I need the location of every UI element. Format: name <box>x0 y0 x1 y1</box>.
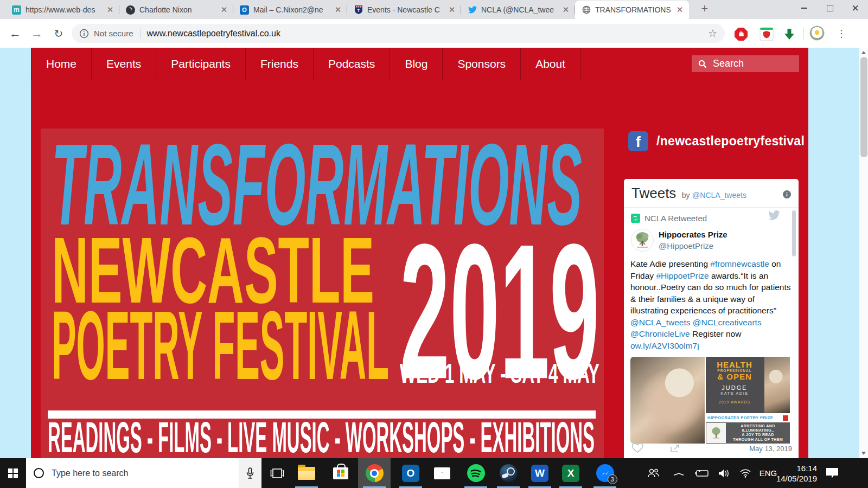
mention-link[interactable]: @NCLA_tweets <box>630 318 691 327</box>
browser-tab-strip: m https://www.web-des ✕ Charlotte Nixon … <box>0 0 868 19</box>
task-view-button[interactable] <box>264 458 290 488</box>
scrollbar-thumb[interactable] <box>860 57 867 157</box>
nav-item-events[interactable]: Events <box>92 48 156 80</box>
wifi-button[interactable] <box>735 458 756 488</box>
facebook-link[interactable]: f /newcastlepoetryfestival <box>628 131 805 151</box>
tweet-date[interactable]: May 13, 2019 <box>749 445 792 453</box>
like-heart-icon[interactable] <box>631 442 643 453</box>
volume-button[interactable] <box>713 458 735 488</box>
task-view-icon <box>270 468 284 479</box>
nav-item-sponsors[interactable]: Sponsors <box>443 48 521 80</box>
tree-logo-icon <box>706 423 726 443</box>
mail-button[interactable] <box>426 458 458 488</box>
new-tab-button[interactable]: + <box>698 2 712 16</box>
nav-item-about[interactable]: About <box>521 48 580 80</box>
steam-button[interactable] <box>492 458 525 488</box>
tab-close-icon[interactable]: ✕ <box>219 5 229 15</box>
microphone-button[interactable] <box>239 458 261 488</box>
twitter-bird-icon[interactable] <box>768 210 780 220</box>
browser-menu-icon[interactable]: ⋮ <box>834 26 848 41</box>
clock[interactable]: 16:14 14/05/2019 <box>779 458 817 488</box>
desktop-screen: m https://www.web-des ✕ Charlotte Nixon … <box>0 0 868 488</box>
tab-close-icon[interactable]: ✕ <box>333 5 343 15</box>
mention-link[interactable]: @ChronicleLive <box>630 329 690 338</box>
nav-item-podcasts[interactable]: Podcasts <box>314 48 390 80</box>
info-icon[interactable] <box>782 190 792 199</box>
tweet-text-segment: Register now <box>690 329 742 338</box>
tab-transformations-active[interactable]: TRANSFORMATIONS ✕ <box>575 1 689 19</box>
bookmark-star-icon[interactable]: ☆ <box>708 27 717 40</box>
windows-logo-icon <box>8 468 18 478</box>
tweet-author[interactable]: Hippocrates Prize @HippoetPrize <box>631 229 727 252</box>
twitter-widget: Tweets by @NCLA_tweets NCLA Retweeted <box>624 179 799 458</box>
tab-events-newcastle[interactable]: Events - Newcastle C ✕ <box>347 1 461 19</box>
profile-avatar[interactable] <box>809 25 825 41</box>
retweet-icon <box>631 214 640 223</box>
tab-charlotte-nixon[interactable]: Charlotte Nixon ✕ <box>119 1 233 19</box>
people-button[interactable] <box>641 458 665 488</box>
share-icon[interactable] <box>669 442 681 453</box>
tab-close-icon[interactable]: ✕ <box>675 5 685 15</box>
mention-link[interactable]: @NCLcreativearts <box>693 318 762 327</box>
tray-expand-chevron[interactable]: ︿ <box>664 458 694 488</box>
window-controls: ✕ <box>792 0 868 19</box>
hashtag-link[interactable]: #HippoetPrize <box>656 271 709 280</box>
shield-extension-icon[interactable] <box>759 27 774 41</box>
outlook-button[interactable]: O <box>394 458 427 488</box>
tab-close-icon[interactable]: ✕ <box>561 5 571 15</box>
nav-item-home[interactable]: Home <box>31 48 92 80</box>
tab-title: https://www.web-des <box>25 5 101 14</box>
scroll-up-arrow-icon[interactable] <box>861 51 866 54</box>
download-extension-icon[interactable] <box>782 27 796 41</box>
address-bar[interactable]: Not secure www.newcastlepoetryfestival.c… <box>72 24 725 43</box>
hashtag-link[interactable]: #fromnewcastle <box>710 259 769 268</box>
battery-indicator[interactable] <box>691 458 713 488</box>
nav-item-friends[interactable]: Friends <box>246 48 314 80</box>
twitter-favicon-icon <box>468 5 477 15</box>
battery-icon <box>695 470 709 477</box>
file-explorer-button[interactable] <box>290 458 323 488</box>
messenger-button[interactable]: 3 <box>589 458 621 488</box>
site-navigation: Home Events Participants Friends Podcast… <box>31 48 808 80</box>
excel-button[interactable]: X <box>554 458 587 488</box>
prize-banner: HIPPOCRATES POETRY PRIZE <box>706 413 790 422</box>
chrome-button[interactable] <box>358 458 391 488</box>
people-icon <box>647 468 660 479</box>
tab-mail[interactable]: O Mail – C.Nixon2@ne ✕ <box>233 1 347 19</box>
tab-close-icon[interactable]: ✕ <box>447 5 457 15</box>
facebook-handle: /newcastlepoetryfestival <box>656 134 805 149</box>
maximize-button[interactable] <box>817 0 843 16</box>
poster-dates: WED 1 MAY - SAT 4 MAY <box>400 363 602 384</box>
info-icon[interactable] <box>79 29 89 38</box>
start-button[interactable] <box>0 458 26 488</box>
reload-button[interactable]: ↻ <box>51 26 66 41</box>
action-center-button[interactable] <box>820 458 844 488</box>
widget-title: Tweets <box>631 185 676 201</box>
tab-web-des[interactable]: m https://www.web-des ✕ <box>5 1 119 19</box>
widget-scrollbar-thumb[interactable] <box>792 210 796 256</box>
adblock-extension-icon[interactable] <box>733 27 748 41</box>
close-window-button[interactable]: ✕ <box>843 0 868 16</box>
tab-ncla-twitter[interactable]: NCLA (@NCLA_twee ✕ <box>461 1 575 19</box>
judge-photo <box>764 357 790 413</box>
spotify-button[interactable] <box>459 458 492 488</box>
cortana-icon <box>34 468 44 478</box>
widget-account-link[interactable]: @NCLA_tweets <box>692 191 746 200</box>
site-search-input[interactable]: Search <box>692 55 799 72</box>
back-button[interactable]: ← <box>8 26 23 41</box>
nav-item-blog[interactable]: Blog <box>390 48 443 80</box>
word-button[interactable]: W <box>524 458 556 488</box>
author-handle: @HippoetPrize <box>659 240 727 252</box>
tweet-media[interactable]: HEALTH PROFESSIONAL & OPEN JUDGE KATE AD… <box>630 357 790 444</box>
page-scrollbar[interactable] <box>859 48 868 458</box>
messenger-badge: 3 <box>608 474 617 484</box>
url-link[interactable]: ow.ly/A2VI30olm7j <box>630 341 699 350</box>
scroll-down-arrow-icon[interactable] <box>861 452 866 455</box>
minimize-button[interactable] <box>792 0 817 16</box>
tab-close-icon[interactable]: ✕ <box>105 5 115 15</box>
microsoft-store-button[interactable] <box>324 458 357 488</box>
forward-button[interactable]: → <box>29 26 44 41</box>
author-avatar <box>631 229 654 252</box>
nav-item-participants[interactable]: Participants <box>156 48 246 80</box>
taskbar-search-input[interactable]: Type here to search <box>26 458 239 488</box>
